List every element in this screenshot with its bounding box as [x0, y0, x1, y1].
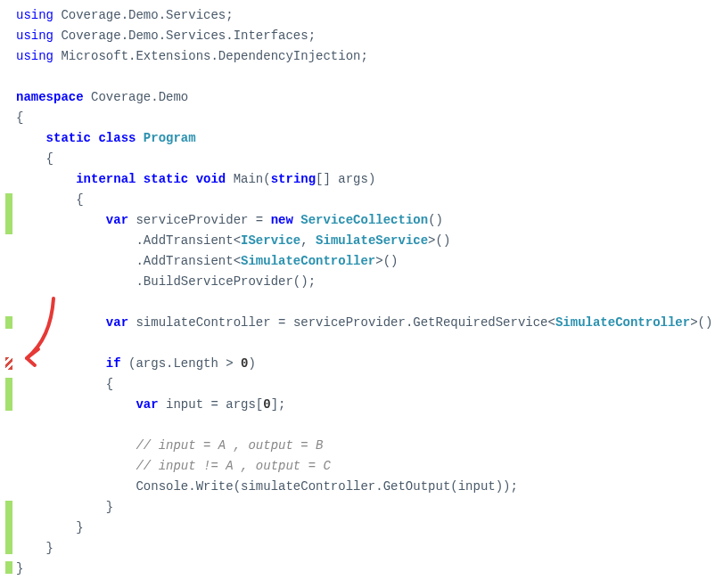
code-line[interactable]: using Microsoft.Extensions.DependencyInj…	[16, 46, 715, 67]
code-line[interactable]: namespace Coverage.Demo	[16, 87, 715, 108]
namespace-text: Coverage.Demo.Services.Interfaces;	[53, 29, 316, 43]
code-line[interactable]: var input = args[0];	[16, 395, 715, 415]
keyword-static: static	[136, 172, 188, 186]
code-line[interactable]: {	[16, 190, 715, 210]
namespace-text: Microsoft.Extensions.DependencyInjection…	[53, 49, 368, 63]
code-line[interactable]: static class Program	[16, 128, 715, 149]
namespace-text: Coverage.Demo.Services;	[53, 8, 234, 22]
brace: {	[106, 377, 113, 391]
keyword-if: if	[106, 356, 121, 371]
keyword-static: static	[46, 131, 91, 145]
method-name: Main(	[226, 172, 270, 186]
code-line[interactable]: {	[16, 108, 715, 128]
identifier: input = args[	[159, 397, 264, 412]
code-line[interactable]: .AddTransient<IService, SimulateService>…	[16, 231, 715, 251]
code-line[interactable]	[16, 292, 715, 313]
type-name: SimulateController	[555, 315, 690, 330]
code-line[interactable]: }	[16, 518, 715, 538]
code-line[interactable]: }	[16, 559, 715, 579]
keyword-var: var	[106, 213, 128, 227]
coverage-marker-covered	[5, 316, 12, 329]
coverage-marker-covered	[5, 378, 12, 411]
brace: }	[16, 561, 23, 576]
code-line[interactable]: var simulateController = serviceProvider…	[16, 313, 715, 333]
coverage-marker-covered	[5, 193, 12, 234]
brace: }	[76, 520, 83, 535]
code-line[interactable]	[16, 415, 715, 436]
code-line[interactable]: {	[16, 149, 715, 169]
code-line[interactable]: .BuildServiceProvider();	[16, 272, 715, 292]
brace: {	[16, 110, 23, 125]
brace: }	[106, 500, 113, 514]
keyword-class: class	[91, 131, 136, 145]
code-line[interactable]: // input = A , output = B	[16, 436, 715, 456]
coverage-marker-partial	[5, 357, 12, 370]
coverage-marker-covered	[5, 501, 12, 554]
code-line[interactable]: if (args.Length > 0)	[16, 354, 715, 374]
identifier: simulateController = serviceProvider.Get…	[128, 315, 555, 330]
keyword-using: using	[16, 8, 53, 22]
code-line[interactable]	[16, 333, 715, 354]
type-name: Program	[136, 131, 195, 145]
identifier: serviceProvider =	[128, 213, 271, 227]
keyword-new: new	[271, 213, 293, 227]
keyword-var: var	[136, 397, 158, 412]
type-name: SimulateService	[316, 233, 428, 248]
comment: // input != A , output = C	[136, 459, 330, 473]
code-line[interactable]: .AddTransient<SimulateController>()	[16, 251, 715, 272]
code-line[interactable]: using Coverage.Demo.Services.Interfaces;	[16, 26, 715, 46]
keyword-namespace: namespace	[16, 90, 84, 104]
code-line[interactable]: using Coverage.Demo.Services;	[16, 5, 715, 26]
code-line[interactable]: }	[16, 497, 715, 518]
code-line[interactable]: {	[16, 374, 715, 395]
code-line[interactable]: }	[16, 538, 715, 559]
brace: {	[46, 151, 53, 166]
type-name: IService	[241, 233, 300, 248]
code-line[interactable]: Console.Write(simulateController.GetOutp…	[16, 477, 715, 497]
keyword-using: using	[16, 29, 53, 43]
keyword-var: var	[106, 315, 128, 330]
code-line[interactable]: var serviceProvider = new ServiceCollect…	[16, 210, 715, 231]
brace: {	[76, 192, 83, 207]
code-editor[interactable]: using Coverage.Demo.Services; using Cove…	[0, 0, 715, 579]
code-line[interactable]: internal static void Main(string[] args)	[16, 169, 715, 190]
keyword-internal: internal	[76, 172, 136, 186]
type-name: ServiceCollection	[293, 213, 428, 227]
comment: // input = A , output = B	[136, 438, 323, 453]
namespace-name: Coverage.Demo	[84, 90, 189, 104]
code-line[interactable]	[16, 67, 715, 87]
code-line[interactable]: // input != A , output = C	[16, 456, 715, 477]
coverage-marker-covered	[5, 561, 12, 574]
identifier: Console	[136, 479, 188, 494]
keyword-void: void	[188, 172, 226, 186]
keyword-string: string	[271, 172, 316, 186]
params: [] args)	[316, 172, 375, 186]
number-literal: 0	[263, 397, 270, 412]
type-name: SimulateController	[241, 254, 375, 268]
brace: }	[46, 541, 53, 555]
coverage-gutter	[0, 0, 12, 579]
keyword-using: using	[16, 49, 53, 63]
